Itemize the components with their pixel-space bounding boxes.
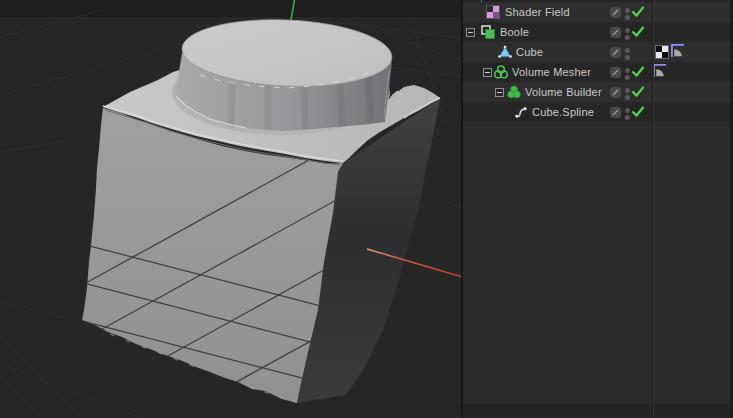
render-visibility-dot[interactable] [625, 55, 630, 60]
shader-field-icon[interactable] [486, 5, 500, 19]
volume-builder-icon[interactable] [507, 85, 521, 99]
boole-icon[interactable] [481, 25, 495, 39]
spline-icon[interactable] [514, 105, 528, 119]
object-label[interactable]: Shader Field [505, 5, 570, 19]
layer-pencil-icon[interactable] [610, 107, 621, 118]
object-label[interactable]: Volume Mesher [512, 65, 591, 79]
layer-pencil-icon[interactable] [610, 27, 621, 38]
editor-visibility-dot[interactable] [625, 88, 630, 93]
object-row-volume-mesher[interactable]: Volume Mesher [463, 62, 733, 82]
enabled-checkmark[interactable] [631, 26, 645, 38]
enabled-checkmark[interactable] [631, 6, 645, 18]
editor-visibility-dot[interactable] [625, 68, 630, 73]
collapse-expand-box[interactable] [495, 88, 504, 97]
enabled-checkmark[interactable] [631, 106, 645, 118]
object-label[interactable]: Volume Builder [525, 85, 602, 99]
editor-visibility-dot[interactable] [625, 28, 630, 33]
object-manager-panel: Shader Field Boole [463, 0, 733, 418]
render-visibility-dot[interactable] [625, 95, 630, 100]
object-row-cube-spline[interactable]: Cube.Spline [463, 102, 733, 122]
editor-visibility-dot[interactable] [625, 108, 630, 113]
object-label[interactable]: Cube [516, 45, 543, 59]
sky-band [0, 0, 461, 18]
editor-visibility-dot[interactable] [625, 8, 630, 13]
texture-checker-tag-icon[interactable] [655, 45, 669, 59]
volume-mesher-icon[interactable] [494, 65, 508, 79]
layer-pencil-icon[interactable] [610, 87, 621, 98]
collapse-expand-box[interactable] [483, 68, 492, 77]
render-visibility-dot[interactable] [625, 115, 630, 120]
polygon-object-icon[interactable] [498, 45, 512, 59]
phong-tag-icon[interactable] [653, 64, 667, 78]
enabled-checkmark[interactable] [631, 66, 645, 78]
render-visibility-dot[interactable] [625, 35, 630, 40]
enabled-checkmark[interactable] [631, 86, 645, 98]
application-window: Shader Field Boole [0, 0, 733, 418]
layer-pencil-icon[interactable] [610, 7, 621, 18]
viewport-3d[interactable] [0, 0, 461, 418]
collapse-expand-box[interactable] [466, 28, 475, 37]
layer-pencil-icon[interactable] [610, 47, 621, 58]
object-row-volume-builder[interactable]: Volume Builder [463, 82, 733, 102]
object-row-cube[interactable]: Cube [463, 42, 733, 62]
object-row-boole[interactable]: Boole [463, 22, 733, 42]
render-visibility-dot[interactable] [625, 75, 630, 80]
phong-tag-icon[interactable] [671, 44, 685, 58]
panel-bottom-strip [463, 404, 733, 418]
render-visibility-dot[interactable] [625, 15, 630, 20]
column-divider-highlight [653, 0, 654, 418]
editor-visibility-dot[interactable] [625, 48, 630, 53]
object-row-shader-field[interactable]: Shader Field [463, 2, 733, 22]
object-label[interactable]: Boole [500, 25, 529, 39]
object-label[interactable]: Cube.Spline [532, 105, 594, 119]
layer-pencil-icon[interactable] [610, 67, 621, 78]
